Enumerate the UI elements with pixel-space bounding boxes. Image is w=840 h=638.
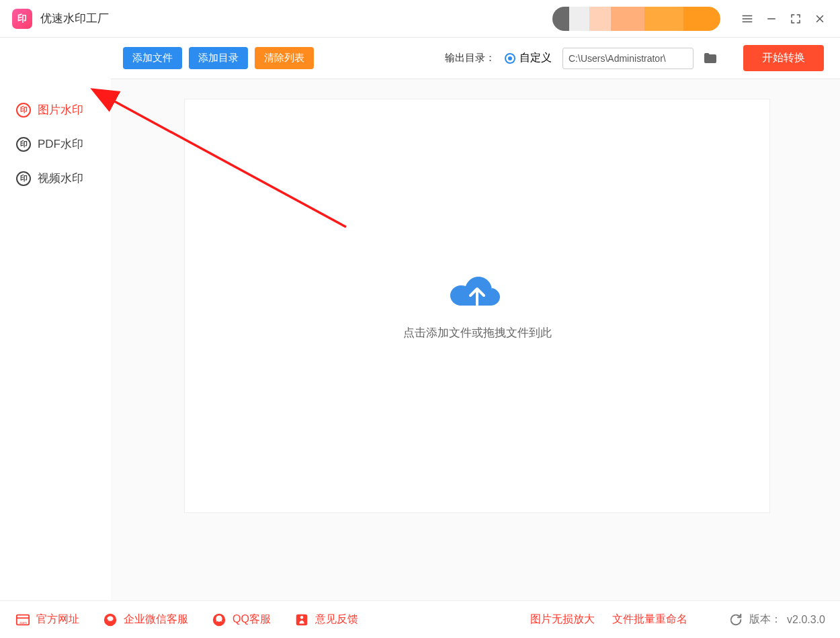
footer: .com 官方网址 企业微信客服 QQ客服 意见反馈 图片无损放大 文件批量重命… [0, 600, 840, 638]
sidebar-item-label: 视频水印 [38, 171, 83, 186]
browse-folder-button[interactable] [700, 50, 720, 67]
output-custom-radio[interactable]: 自定义 [505, 51, 552, 65]
output-path-input[interactable] [562, 48, 694, 69]
sidebar-item-image-watermark[interactable]: 印 图片水印 [0, 93, 111, 127]
svg-point-6 [300, 616, 304, 619]
footer-link-label: 文件批量重命名 [612, 612, 687, 627]
footer-link-label: QQ客服 [233, 612, 271, 627]
footer-link-label: 意见反馈 [315, 612, 358, 627]
stage: 点击添加文件或拖拽文件到此 [111, 79, 840, 600]
drop-hint: 点击添加文件或拖拽文件到此 [403, 325, 552, 340]
qq-icon [211, 612, 227, 628]
sidebar-item-label: 图片水印 [38, 102, 83, 118]
clear-list-button[interactable]: 清除列表 [255, 47, 314, 69]
stamp-icon: 印 [16, 171, 31, 186]
stamp-icon: 印 [16, 103, 31, 118]
minimize-button[interactable] [759, 7, 784, 31]
footer-link-label: 官方网址 [36, 612, 79, 627]
footer-qq[interactable]: QQ客服 [211, 612, 271, 628]
menu-button[interactable] [735, 7, 759, 31]
app-title: 优速水印工厂 [40, 11, 109, 26]
app-logo: 印 [12, 9, 32, 29]
add-dir-button[interactable]: 添加目录 [189, 47, 248, 69]
app-logo-glyph: 印 [17, 13, 27, 25]
version-area[interactable]: 版本： v2.0.3.0 [728, 612, 825, 628]
footer-wecom[interactable]: 企业微信客服 [102, 612, 188, 628]
start-convert-button[interactable]: 开始转换 [743, 45, 824, 71]
fullscreen-icon [790, 13, 802, 25]
fullscreen-button[interactable] [784, 7, 808, 31]
svg-text:.com: .com [19, 620, 27, 624]
toolbar: 添加文件 添加目录 清除列表 输出目录： 自定义 开始转换 [111, 38, 840, 79]
footer-feedback[interactable]: 意见反馈 [294, 612, 358, 628]
hamburger-icon [741, 13, 753, 25]
close-button[interactable] [808, 7, 832, 31]
titlebar: 印 优速水印工厂 [0, 0, 840, 38]
footer-official-site[interactable]: .com 官方网址 [15, 612, 79, 628]
radio-checked-icon [505, 53, 515, 64]
wechat-icon [102, 612, 118, 628]
promo-banner[interactable] [552, 7, 720, 31]
footer-link-label: 企业微信客服 [124, 612, 188, 627]
sidebar-item-pdf-watermark[interactable]: 印 PDF水印 [0, 127, 111, 161]
sidebar-item-label: PDF水印 [38, 136, 83, 152]
minimize-icon [765, 13, 778, 25]
sidebar-item-video-watermark[interactable]: 印 视频水印 [0, 161, 111, 195]
footer-link-enlarge[interactable]: 图片无损放大 [530, 612, 595, 627]
feedback-icon [294, 612, 310, 628]
sidebar: 印 图片水印 印 PDF水印 印 视频水印 [0, 38, 111, 600]
add-file-button[interactable]: 添加文件 [123, 47, 182, 69]
version-value: v2.0.3.0 [787, 614, 825, 626]
close-icon [814, 13, 826, 25]
cloud-upload-icon [450, 271, 504, 313]
folder-icon [702, 50, 718, 66]
output-dir-label: 输出目录： [445, 52, 495, 64]
refresh-icon [728, 612, 744, 628]
radio-label: 自定义 [519, 51, 552, 65]
drop-zone[interactable]: 点击添加文件或拖拽文件到此 [185, 99, 769, 512]
footer-link-rename[interactable]: 文件批量重命名 [612, 612, 687, 627]
content-area: 添加文件 添加目录 清除列表 输出目录： 自定义 开始转换 [111, 38, 840, 600]
version-label: 版本： [749, 612, 782, 627]
website-icon: .com [15, 612, 31, 628]
footer-link-label: 图片无损放大 [530, 612, 595, 627]
stamp-icon: 印 [16, 137, 31, 152]
